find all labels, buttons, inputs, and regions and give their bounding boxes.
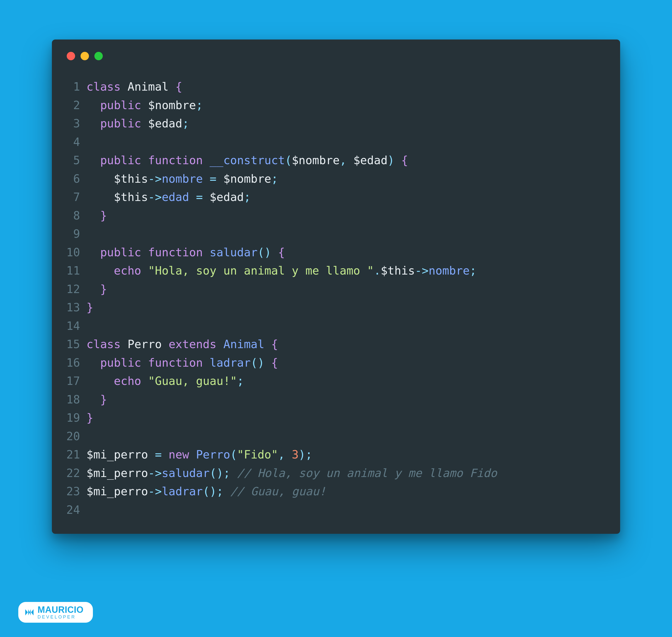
token-op: -> (415, 264, 428, 277)
token-op: = (210, 172, 217, 185)
code-line[interactable]: 19} (64, 408, 608, 427)
line-content[interactable]: class Animal { (87, 77, 182, 96)
line-number: 3 (64, 114, 87, 133)
token-punc: ) (264, 245, 271, 259)
line-content[interactable]: } (87, 390, 107, 409)
token-sp (285, 448, 292, 461)
token-prop: nombre (429, 264, 470, 277)
line-content[interactable]: } (87, 280, 107, 298)
maximize-button[interactable] (94, 52, 103, 60)
token-kw: public (100, 356, 141, 369)
line-content[interactable]: $mi_perro->ladrar(); // Guau, guau! (87, 482, 326, 501)
token-sp (141, 374, 148, 388)
token-sp (189, 190, 196, 204)
token-brace: { (401, 153, 408, 167)
token-punc: ( (251, 356, 258, 369)
token-brace: } (87, 411, 93, 424)
token-sp (87, 245, 100, 259)
code-line[interactable]: 11 echo "Hola, soy un animal y me llamo … (64, 261, 608, 280)
line-number: 2 (64, 96, 87, 114)
minimize-button[interactable] (81, 52, 89, 60)
token-sp (162, 448, 169, 461)
line-content[interactable] (87, 225, 93, 243)
code-line[interactable]: 13} (64, 298, 608, 317)
line-content[interactable]: public $nombre; (87, 96, 203, 114)
code-line[interactable]: 17 echo "Guau, guau!"; (64, 372, 608, 390)
code-line[interactable]: 8 } (64, 206, 608, 225)
code-line[interactable]: 21$mi_perro = new Perro("Fido", 3); (64, 445, 608, 464)
line-number: 13 (64, 298, 87, 317)
token-brace: } (100, 283, 107, 296)
code-line[interactable]: 16 public function ladrar() { (64, 353, 608, 372)
token-punc: ) (299, 448, 306, 461)
token-sp (162, 338, 169, 351)
code-line[interactable]: 23$mi_perro->ladrar(); // Guau, guau! (64, 482, 608, 501)
line-number: 5 (64, 151, 87, 170)
token-var: $mi_perro (87, 485, 148, 498)
code-area[interactable]: 1class Animal {2 public $nombre;3 public… (64, 77, 608, 519)
code-line[interactable]: 4 (64, 133, 608, 151)
line-number: 7 (64, 188, 87, 206)
line-content[interactable]: public function saludar() { (87, 243, 285, 262)
token-fn: Animal (223, 338, 264, 351)
code-line[interactable]: 12 } (64, 280, 608, 298)
line-content[interactable]: } (87, 298, 93, 317)
token-sp (271, 245, 278, 259)
token-op: ; (237, 374, 244, 388)
token-op: ; (244, 190, 251, 204)
line-content[interactable] (87, 501, 93, 519)
code-line[interactable]: 1class Animal { (64, 77, 608, 96)
code-line[interactable]: 2 public $nombre; (64, 96, 608, 114)
line-content[interactable] (87, 427, 93, 445)
token-sp (203, 153, 210, 167)
line-content[interactable]: } (87, 408, 93, 427)
line-content[interactable]: $mi_perro = new Perro("Fido", 3); (87, 445, 312, 464)
token-var: $edad (353, 153, 387, 167)
code-line[interactable]: 22$mi_perro->saludar(); // Hola, soy un … (64, 464, 608, 483)
line-content[interactable]: } (87, 206, 107, 225)
code-line[interactable]: 3 public $edad; (64, 114, 608, 133)
token-sp (87, 283, 100, 296)
token-punc: ( (258, 245, 264, 259)
line-content[interactable]: class Perro extends Animal { (87, 335, 278, 353)
token-op: = (196, 190, 203, 204)
code-line[interactable]: 9 (64, 225, 608, 243)
token-brace: } (87, 301, 93, 314)
token-kw: public (100, 245, 141, 259)
line-content[interactable]: public $edad; (87, 114, 189, 133)
line-content[interactable]: $mi_perro->saludar(); // Hola, soy un an… (87, 464, 497, 483)
token-sp (264, 338, 271, 351)
line-number: 11 (64, 261, 87, 280)
code-line[interactable]: 10 public function saludar() { (64, 243, 608, 262)
code-line[interactable]: 5 public function __construct($nombre, $… (64, 151, 608, 170)
code-line[interactable]: 20 (64, 427, 608, 445)
line-number: 17 (64, 372, 87, 390)
code-line[interactable]: 14 (64, 317, 608, 335)
code-line[interactable]: 18 } (64, 390, 608, 409)
line-content[interactable]: public function __construct($nombre, $ed… (87, 151, 408, 170)
token-op: , (278, 448, 285, 461)
logo-icon (24, 607, 35, 618)
line-content[interactable]: echo "Hola, soy un animal y me llamo ".$… (87, 261, 477, 280)
token-punc: ( (203, 485, 210, 498)
line-content[interactable]: $this->nombre = $nombre; (87, 170, 278, 188)
code-line[interactable]: 24 (64, 501, 608, 519)
token-sp (189, 448, 196, 461)
token-sp (87, 98, 100, 112)
token-var: $nombre (223, 172, 271, 185)
line-content[interactable]: echo "Guau, guau!"; (87, 372, 244, 390)
token-op: ; (305, 448, 312, 461)
line-content[interactable]: public function ladrar() { (87, 353, 278, 372)
close-button[interactable] (67, 52, 75, 60)
token-op: -> (148, 172, 162, 185)
token-punc: ( (210, 467, 217, 480)
code-line[interactable]: 7 $this->edad = $edad; (64, 188, 608, 206)
line-content[interactable] (87, 133, 93, 151)
line-content[interactable] (87, 317, 93, 335)
code-line[interactable]: 15class Perro extends Animal { (64, 335, 608, 353)
line-content[interactable]: $this->edad = $edad; (87, 188, 251, 206)
token-var: $nombre (148, 98, 196, 112)
code-line[interactable]: 6 $this->nombre = $nombre; (64, 170, 608, 188)
svg-marker-1 (31, 609, 34, 615)
token-op: ; (271, 172, 278, 185)
